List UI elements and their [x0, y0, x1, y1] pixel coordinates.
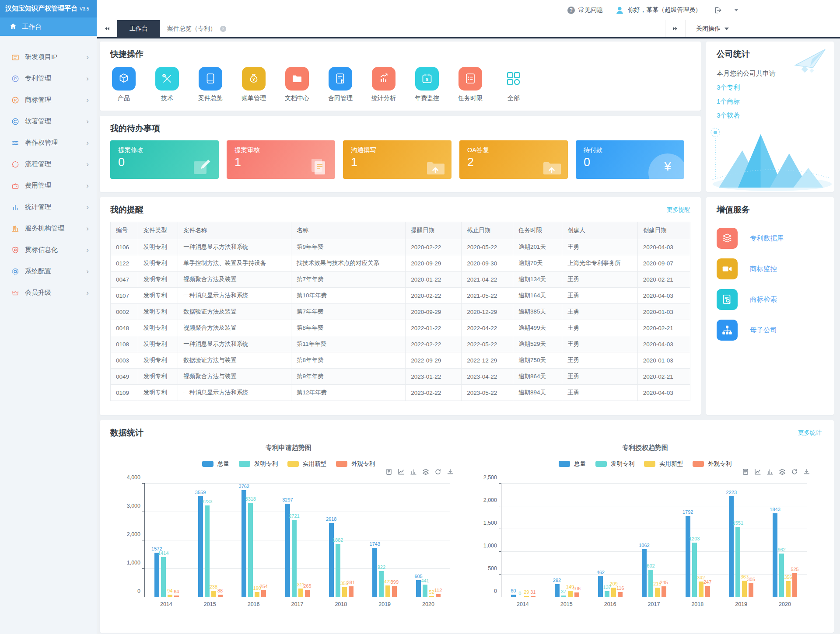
legend-item-实用新型[interactable]: 实用新型	[287, 460, 326, 468]
company-link-patents[interactable]: 3个专利	[717, 84, 740, 92]
table-cell: 发明专利	[138, 369, 178, 385]
todo-card-提案修改[interactable]: 提案修改0	[110, 140, 219, 179]
line-type-icon[interactable]	[398, 468, 405, 477]
company-link-software[interactable]: 3个软著	[717, 111, 740, 120]
legend-item-总量[interactable]: 总量	[559, 460, 586, 468]
sidebar-item-系统配置[interactable]: 系统配置›	[0, 261, 97, 282]
panel-title: 我的提醒	[110, 204, 144, 216]
company-link-trademarks[interactable]: 1个商标	[717, 98, 740, 106]
sidebar-item-流程管理[interactable]: 流程管理›	[0, 153, 97, 175]
user-menu[interactable]: 你好，某某（超级管理员）	[615, 6, 701, 15]
video-icon	[717, 258, 738, 279]
sidebar-item-软著管理[interactable]: 软著管理›	[0, 111, 97, 132]
chevron-right-icon: ›	[86, 96, 89, 104]
legend-item-总量[interactable]: 总量	[202, 460, 229, 468]
restore-icon[interactable]	[791, 468, 798, 477]
quick-op-账单管理[interactable]: ¥账单管理	[240, 67, 267, 102]
data-view-icon[interactable]	[742, 468, 749, 477]
table-row[interactable]: 0047发明专利视频聚合方法及装置第7年年费2020-01-222021-04-…	[111, 272, 690, 288]
data-view-icon[interactable]	[385, 468, 392, 477]
todo-label: 提案修改	[118, 146, 211, 154]
sidebar-item-贯标信息化[interactable]: 贯标信息化›	[0, 239, 97, 261]
sidebar-item-著作权管理[interactable]: 著作权管理›	[0, 132, 97, 153]
sidebar-item-费用管理[interactable]: 费用管理›	[0, 175, 97, 196]
restore-icon[interactable]	[434, 468, 441, 477]
table-row[interactable]: 0107发明专利一种消息显示方法和系统第10年年费2020-02-222021-…	[111, 288, 690, 304]
service-商标检索[interactable]: 商标检索	[717, 289, 823, 310]
table-cell: 第9年年费	[291, 369, 405, 385]
bar-value-label: 525	[791, 567, 798, 572]
quick-op-技术[interactable]: 技术	[154, 67, 181, 102]
table-row[interactable]: 0002发明专利数据验证方法及装置第7年年费2020-09-292020-12-…	[111, 304, 690, 320]
legend-swatch	[239, 461, 250, 467]
legend-item-外观专利[interactable]: 外观专利	[693, 460, 732, 468]
column-header: 创建日期	[637, 222, 690, 239]
bar-实用新型: 367	[742, 581, 747, 597]
todo-card-沟通撰写[interactable]: 沟通撰写1	[343, 140, 452, 179]
quick-op-年费监控[interactable]: ¥年费监控	[413, 67, 441, 102]
service-商标监控[interactable]: 商标监控	[717, 258, 823, 279]
legend-item-发明专利[interactable]: 发明专利	[595, 460, 634, 468]
quick-op-产品[interactable]: 产品	[110, 67, 137, 102]
sidebar-item-专利管理[interactable]: P专利管理›	[0, 68, 97, 89]
bar-value-label: 31	[530, 589, 536, 595]
faq-button[interactable]: ? 常见问题	[567, 6, 603, 14]
table-row[interactable]: 0003发明专利数据验证方法与装置第8年年费2022-09-292022-12-…	[111, 352, 690, 369]
tab-spacer	[233, 20, 665, 37]
bar-type-icon[interactable]	[766, 468, 774, 477]
quick-op-任务时限[interactable]: 任务时限	[457, 67, 484, 102]
more-reminders-link[interactable]: 更多提醒	[667, 206, 690, 214]
legend-item-外观专利[interactable]: 外观专利	[336, 460, 375, 468]
sidebar-item-商标管理[interactable]: R商标管理›	[0, 89, 97, 111]
table-cell: 数据验证方法与装置	[178, 352, 291, 369]
table-row[interactable]: 0109发明专利一种消息显示方法和系统第12年年费2023-02-222023-…	[111, 385, 690, 401]
todo-card-提案审核[interactable]: 提案审核1	[227, 140, 335, 179]
scroll-tabs-right-button[interactable]	[665, 20, 685, 37]
download-icon[interactable]	[803, 468, 810, 477]
folder-icon	[285, 67, 309, 91]
table-row[interactable]: 0108发明专利一种消息显示方法和系统第11年年费2022-02-222022-…	[111, 336, 690, 352]
sidebar-item-服务机构管理[interactable]: 服务机构管理›	[0, 218, 97, 239]
bar-type-icon[interactable]	[410, 468, 417, 477]
contract-icon	[329, 67, 352, 91]
stack-icon[interactable]	[779, 468, 786, 477]
table-cell: 2020-01-03	[637, 304, 690, 320]
todo-panel: 我的待办事项 提案修改0提案审核1沟通撰写1OA答复2待付款0¥	[100, 116, 701, 192]
sidebar-item-label: 专利管理	[25, 74, 51, 83]
tab-bar: 工作台 案件总览（专利） × 关闭操作	[97, 20, 840, 38]
quick-op-案件总览[interactable]: 案件总览	[197, 67, 224, 102]
tab-workbench[interactable]: 工作台	[117, 20, 160, 37]
close-icon[interactable]: ×	[220, 26, 226, 32]
sidebar-item-统计管理[interactable]: 统计管理›	[0, 196, 97, 218]
table-cell: 2020-02-21	[637, 369, 690, 385]
download-icon[interactable]	[447, 468, 454, 477]
line-type-icon[interactable]	[754, 468, 761, 477]
more-statistics-link[interactable]: 更多统计	[798, 429, 822, 437]
table-row[interactable]: 0106发明专利一种消息显示方法和系统第9年年费2020-02-222020-0…	[111, 239, 690, 255]
close-operations-dropdown[interactable]: 关闭操作	[685, 20, 739, 37]
sidebar-item-workbench[interactable]: 工作台	[0, 17, 97, 36]
legend-item-实用新型[interactable]: 实用新型	[644, 460, 683, 468]
bar-发明专利: 137	[605, 591, 609, 597]
todo-card-待付款[interactable]: 待付款0¥	[576, 140, 684, 179]
sidebar-item-会员升级[interactable]: 会员升级›	[0, 282, 97, 303]
table-row[interactable]: 0049发明专利视频聚合方法与装置第9年年费2023-01-222023-04-…	[111, 369, 690, 385]
chart-toolbox	[385, 468, 454, 477]
table-row[interactable]: 0122发明专利单手控制方法、装置及手持设备找技术效果与技术点的对应关系2020…	[111, 255, 690, 272]
quick-op-文档中心[interactable]: 文档中心	[284, 67, 311, 102]
quick-op-统计分析[interactable]: 统计分析	[370, 67, 397, 102]
table-cell: 2023-02-22	[406, 385, 462, 401]
quick-op-全部[interactable]: 全部	[500, 67, 527, 102]
tab-case-overview[interactable]: 案件总览（专利） ×	[160, 20, 233, 37]
stack-icon[interactable]	[422, 468, 429, 477]
quick-op-合同管理[interactable]: 合同管理	[327, 67, 354, 102]
scroll-tabs-left-button[interactable]	[97, 20, 117, 37]
sidebar-item-研发项目IP[interactable]: 研发项目IP›	[0, 46, 97, 68]
logout-icon[interactable]	[714, 6, 722, 14]
todo-card-OA答复[interactable]: OA答复2	[459, 140, 568, 179]
service-母子公司[interactable]: 母子公司	[717, 320, 823, 341]
service-专利数据库[interactable]: 专利数据库	[717, 228, 823, 249]
legend-item-发明专利[interactable]: 发明专利	[239, 460, 278, 468]
caret-down-icon[interactable]	[734, 9, 738, 11]
table-row[interactable]: 0048发明专利视频聚合方法及装置第8年年费2022-01-222022-04-…	[111, 320, 690, 336]
